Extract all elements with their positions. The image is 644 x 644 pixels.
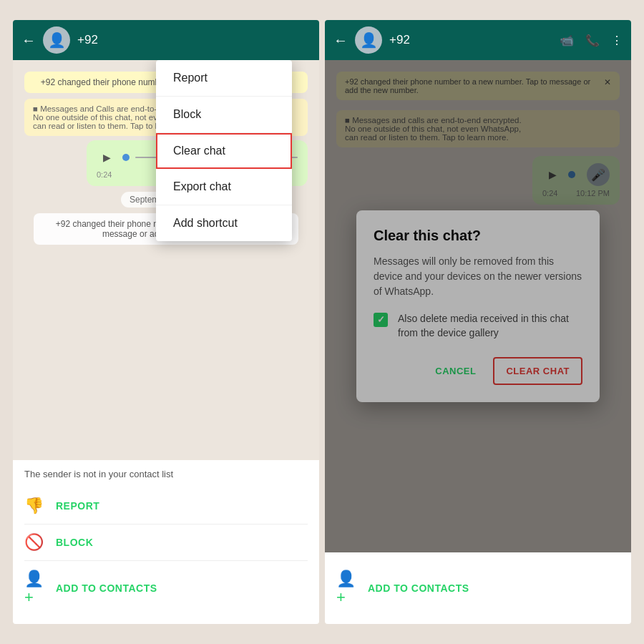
dialog-title: Clear this chat?	[374, 228, 582, 244]
more-options-icon[interactable]: ⋮	[611, 34, 623, 47]
menu-item-block[interactable]: Block	[156, 97, 292, 133]
left-panel: ← 👤 +92 +92 changed their phone number t…	[13, 20, 319, 624]
dialog-checkbox-row: ✓ Also delete media received in this cha…	[374, 312, 582, 340]
delete-media-label: Also delete media received in this chat …	[398, 312, 582, 340]
avatar: 👤	[43, 26, 70, 54]
dialog-overlay: Clear this chat? Messages will only be r…	[325, 60, 631, 552]
contact-name: +92	[77, 33, 98, 47]
header-icons: 📹 📞 ⋮	[560, 34, 623, 47]
menu-item-add-shortcut[interactable]: Add shortcut	[156, 205, 292, 241]
context-menu: Report Block Clear chat Export chat Add …	[156, 60, 292, 241]
dialog-message: Messages will only be removed from this …	[374, 254, 582, 299]
right-add-contacts-label: ADD TO CONTACTS	[368, 582, 469, 594]
add-contacts-label: ADD TO CONTACTS	[56, 582, 157, 594]
right-add-contact-icon: 👤+	[336, 570, 356, 607]
block-action[interactable]: 🚫 BLOCK	[24, 525, 308, 560]
back-arrow-icon[interactable]: ←	[21, 32, 36, 49]
contact-list-note: The sender is not in your contact list	[24, 469, 308, 479]
phone-call-icon[interactable]: 📞	[585, 34, 600, 47]
menu-item-export-chat[interactable]: Export chat	[156, 169, 292, 205]
right-avatar-icon: 👤	[360, 31, 378, 49]
block-icon: 🚫	[24, 533, 44, 552]
video-call-icon[interactable]: 📹	[560, 34, 574, 47]
report-label: REPORT	[56, 500, 99, 512]
report-action[interactable]: 👎 REPORT	[24, 488, 308, 524]
right-panel: ← 👤 +92 📹 📞 ⋮ +92 changed their phone nu…	[325, 20, 631, 624]
right-header: ← 👤 +92 📹 📞 ⋮	[325, 20, 631, 60]
add-contact-icon: 👤+	[24, 570, 44, 607]
right-contact-name: +92	[389, 33, 410, 47]
delete-media-checkbox[interactable]: ✓	[374, 313, 388, 327]
block-label: BLOCK	[56, 537, 93, 548]
menu-item-clear-chat[interactable]: Clear chat	[156, 133, 292, 169]
avatar-icon: 👤	[48, 31, 66, 49]
clear-chat-button[interactable]: CLEAR CHAT	[493, 357, 582, 385]
left-bottom-actions: The sender is not in your contact list 👎…	[13, 460, 319, 624]
add-contacts-action[interactable]: 👤+ ADD TO CONTACTS	[24, 561, 308, 615]
left-chat-area: +92 changed their phone number to a new …	[13, 60, 319, 460]
right-add-contacts-action[interactable]: 👤+ ADD TO CONTACTS	[336, 561, 620, 615]
right-avatar: 👤	[355, 26, 382, 54]
cancel-button[interactable]: CANCEL	[424, 357, 487, 385]
play-button[interactable]: ▶	[97, 147, 117, 167]
checkbox-check-icon: ✓	[377, 314, 385, 325]
right-chat-area: +92 changed their phone number to a new …	[325, 60, 631, 552]
right-bottom-actions: 👤+ ADD TO CONTACTS	[325, 552, 631, 624]
dialog-buttons: CANCEL CLEAR CHAT	[374, 357, 582, 385]
audio-dot	[122, 154, 130, 161]
right-back-arrow-icon[interactable]: ←	[333, 32, 348, 49]
report-icon: 👎	[24, 497, 44, 515]
left-header: ← 👤 +92	[13, 20, 319, 60]
clear-chat-dialog: Clear this chat? Messages will only be r…	[356, 210, 600, 402]
menu-item-report[interactable]: Report	[156, 60, 292, 97]
